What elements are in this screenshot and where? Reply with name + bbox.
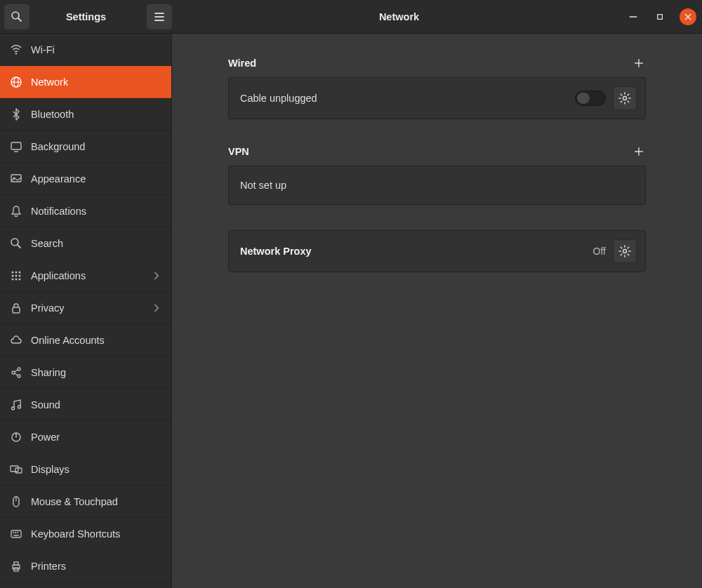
music-icon <box>10 399 22 411</box>
close-icon <box>684 13 692 21</box>
chevron-right-icon <box>152 303 161 313</box>
search-button[interactable] <box>4 4 29 29</box>
close-button[interactable] <box>680 8 696 25</box>
add-vpn-button[interactable] <box>632 145 646 159</box>
gear-icon <box>618 245 631 258</box>
sidebar-item-privacy[interactable]: Privacy <box>0 292 171 324</box>
sidebar-item-online-accounts[interactable]: Online Accounts <box>0 324 171 356</box>
sidebar-item-bluetooth[interactable]: Bluetooth <box>0 98 171 131</box>
apps-icon <box>10 269 22 282</box>
gear-icon <box>618 92 631 105</box>
sidebar-item-label: Appearance <box>31 173 161 185</box>
sidebar-item-sharing[interactable]: Sharing <box>0 356 171 389</box>
add-wired-button[interactable] <box>632 56 646 70</box>
window-controls <box>626 8 702 25</box>
printer-icon <box>10 560 22 573</box>
chevron-right-icon <box>152 271 161 281</box>
vpn-section-header: VPN <box>228 145 646 159</box>
wired-title: Wired <box>228 58 632 69</box>
keyboard-icon <box>10 528 22 540</box>
sidebar-item-background[interactable]: Background <box>0 131 171 163</box>
lock-icon <box>10 302 22 314</box>
sidebar-item-label: Search <box>31 238 161 249</box>
sidebar[interactable]: Wi-FiNetworkBluetoothBackgroundAppearanc… <box>0 34 172 588</box>
main-panel: Wired Cable unplugged VPN <box>172 34 702 588</box>
headerbar: Settings Network <box>0 0 702 34</box>
appearance-icon <box>10 173 22 185</box>
sidebar-item-power[interactable]: Power <box>0 421 171 453</box>
proxy-title: Network Proxy <box>240 246 593 257</box>
plus-icon <box>633 58 644 69</box>
sidebar-item-label: Applications <box>31 270 152 281</box>
sidebar-item-label: Wi-Fi <box>31 44 161 55</box>
sidebar-item-label: Keyboard Shortcuts <box>31 528 161 540</box>
sidebar-item-notifications[interactable]: Notifications <box>0 195 171 227</box>
sidebar-item-sound[interactable]: Sound <box>0 389 171 421</box>
sidebar-item-label: Online Accounts <box>31 335 161 346</box>
globe-icon <box>10 76 22 88</box>
sidebar-item-label: Printers <box>31 561 161 572</box>
sidebar-item-label: Network <box>31 76 161 88</box>
sidebar-item-keyboard-shortcuts[interactable]: Keyboard Shortcuts <box>0 518 171 550</box>
vpn-title: VPN <box>228 146 632 157</box>
wired-section-header: Wired <box>228 56 646 70</box>
sidebar-item-mouse-touchpad[interactable]: Mouse & Touchpad <box>0 486 171 518</box>
search-icon <box>10 237 22 250</box>
sidebar-item-label: Mouse & Touchpad <box>31 496 161 507</box>
proxy-row[interactable]: Network Proxy Off <box>228 230 646 272</box>
sidebar-item-search[interactable]: Search <box>0 227 171 260</box>
hamburger-icon <box>153 11 166 23</box>
wired-settings-button[interactable] <box>613 86 637 110</box>
wired-section: Wired Cable unplugged <box>228 56 646 119</box>
search-icon <box>11 11 23 23</box>
headerbar-left: Settings <box>0 0 172 33</box>
sidebar-item-applications[interactable]: Applications <box>0 260 171 292</box>
vpn-status-text: Not set up <box>240 180 637 191</box>
vpn-section: VPN Not set up <box>228 145 646 205</box>
maximize-button[interactable] <box>653 10 667 24</box>
share-icon <box>10 366 22 379</box>
body: Wi-FiNetworkBluetoothBackgroundAppearanc… <box>0 34 702 588</box>
proxy-settings-button[interactable] <box>613 239 637 263</box>
bluetooth-icon <box>10 108 22 121</box>
sidebar-item-label: Bluetooth <box>31 109 161 120</box>
sidebar-item-wi-fi[interactable]: Wi-Fi <box>0 34 171 66</box>
sidebar-item-label: Sharing <box>31 367 161 378</box>
minimize-button[interactable] <box>626 10 640 24</box>
wifi-icon <box>10 44 22 56</box>
sidebar-item-label: Notifications <box>31 206 161 217</box>
plus-icon <box>633 146 644 157</box>
sidebar-item-label: Privacy <box>31 302 152 314</box>
display-icon <box>10 140 22 153</box>
proxy-section: Network Proxy Off <box>228 230 646 272</box>
wired-connection-row: Cable unplugged <box>228 77 646 119</box>
wired-toggle[interactable] <box>575 91 606 106</box>
cloud-icon <box>10 334 22 347</box>
menu-button[interactable] <box>147 4 172 29</box>
settings-window: Settings Network Wi-FiNetworkBluetoothBa… <box>0 0 702 588</box>
sidebar-item-appearance[interactable]: Appearance <box>0 163 171 195</box>
sidebar-item-network[interactable]: Network <box>0 66 171 98</box>
page-title: Network <box>172 11 626 22</box>
bell-icon <box>10 205 22 218</box>
app-title: Settings <box>29 11 143 22</box>
sidebar-item-displays[interactable]: Displays <box>0 453 171 486</box>
sidebar-item-label: Background <box>31 141 161 152</box>
minimize-icon <box>628 12 638 22</box>
sidebar-item-printers[interactable]: Printers <box>0 550 171 582</box>
power-icon <box>10 431 22 443</box>
mouse-icon <box>10 495 22 508</box>
vpn-row: Not set up <box>228 166 646 205</box>
wired-status-text: Cable unplugged <box>240 93 575 104</box>
proxy-value: Off <box>593 246 606 257</box>
sidebar-item-label: Sound <box>31 399 161 410</box>
sidebar-item-label: Displays <box>31 464 161 475</box>
sidebar-item-label: Power <box>31 432 161 443</box>
displays-icon <box>10 463 22 476</box>
maximize-icon <box>656 13 664 21</box>
